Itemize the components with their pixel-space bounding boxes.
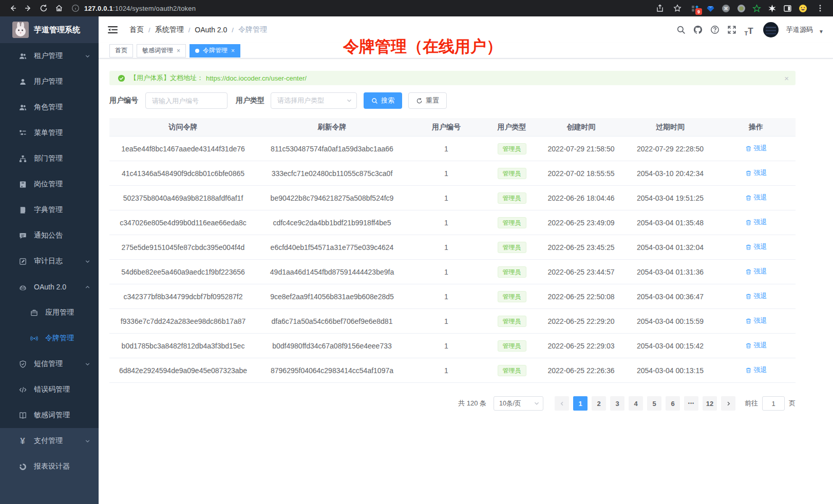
tab-close-icon[interactable]: ×: [231, 48, 235, 54]
sidebar-item-dept[interactable]: 部门管理: [0, 146, 99, 171]
user-type-cell: 管理员: [485, 192, 538, 204]
sidebar-item-audit-log[interactable]: 审计日志: [0, 248, 99, 274]
sidebar-bottom-section: ¥支付管理报表设计器: [0, 428, 99, 504]
page-button-3[interactable]: 3: [610, 396, 624, 411]
tab-敏感词管理[interactable]: 敏感词管理×: [137, 44, 186, 57]
back-icon[interactable]: [5, 2, 21, 15]
breadcrumb-item[interactable]: OAuth 2.0: [195, 26, 227, 34]
green-star-icon[interactable]: [749, 2, 764, 15]
help-icon[interactable]: [708, 23, 722, 36]
sidebar-item-notice[interactable]: 通知公告: [0, 223, 99, 248]
user-id-cell: 1: [407, 219, 485, 227]
force-logout-button[interactable]: 强退: [745, 193, 767, 202]
goto-unit: 页: [789, 399, 796, 408]
sidebar-item-label: 敏感词管理: [34, 411, 90, 420]
tab-首页[interactable]: 首页: [109, 44, 133, 57]
address-bar[interactable]: 127.0.0.1:1024/system/oauth2/token: [71, 2, 652, 15]
user-type-tag: 管理员: [498, 143, 526, 154]
pinwheel-icon[interactable]: [764, 2, 780, 15]
sidebar-item-sms[interactable]: 短信管理: [0, 351, 99, 377]
expire-time-cell: 2022-07-29 22:28:50: [624, 145, 716, 153]
table-row: c342377bf8b344799dcbf7bf095287f29ce8ef2a…: [109, 284, 796, 309]
record-icon[interactable]: [733, 2, 749, 15]
command-icon[interactable]: ⌘: [718, 2, 733, 15]
emoji-face-icon[interactable]: [795, 2, 810, 15]
force-logout-button[interactable]: 强退: [745, 365, 767, 375]
sidebar-item-sensitive-word[interactable]: 敏感词管理: [0, 402, 99, 428]
sidebar-item-errcode[interactable]: 错误码管理: [0, 377, 99, 402]
prev-page-button[interactable]: [555, 396, 569, 411]
alert-close-icon[interactable]: ×: [784, 74, 789, 82]
trash-icon: [745, 244, 752, 250]
workspace-grid-icon[interactable]: 9: [687, 2, 703, 15]
search-button[interactable]: 搜索: [364, 92, 402, 109]
tab-close-icon[interactable]: ×: [177, 48, 180, 54]
force-logout-button[interactable]: 强退: [745, 267, 767, 276]
user-type-select[interactable]: 请选择用户类型: [271, 92, 357, 109]
user-avatar[interactable]: [763, 22, 779, 37]
sidebar-item-menu[interactable]: 菜单管理: [0, 120, 99, 146]
sidebar-item-tenant[interactable]: 租户管理: [0, 43, 99, 69]
sidebar-item-oauth2-app[interactable]: 应用管理: [0, 300, 99, 325]
reload-icon[interactable]: [36, 2, 51, 15]
sidebar-item-dict[interactable]: 字典管理: [0, 197, 99, 223]
share-icon[interactable]: [652, 2, 668, 15]
force-logout-button[interactable]: 强退: [745, 316, 767, 325]
site-info-icon[interactable]: [71, 2, 80, 15]
page-button-4[interactable]: 4: [629, 396, 643, 411]
refresh-token-cell: cdfc4ce9c2da4bb1bdf21b9918ff4be5: [257, 219, 407, 227]
forward-icon[interactable]: [21, 2, 36, 15]
page-ellipsis-button[interactable]: •••: [684, 396, 698, 411]
force-logout-button[interactable]: 强退: [745, 144, 767, 153]
page-button-1[interactable]: 1: [573, 396, 588, 411]
sidebar-collapse-icon[interactable]: [108, 26, 118, 34]
user-type-cell: 管理员: [485, 266, 538, 278]
created-time-cell: 2022-06-25 22:50:08: [538, 293, 624, 301]
force-logout-button[interactable]: 强退: [745, 341, 767, 350]
page-button-12[interactable]: 12: [703, 396, 717, 411]
user-type-label: 用户类型: [236, 96, 264, 105]
reset-button[interactable]: 重置: [408, 92, 447, 109]
chevron-down-icon[interactable]: ▼: [819, 29, 824, 34]
sidebar-item-post[interactable]: 岗位管理: [0, 171, 99, 197]
user-type-cell: 管理员: [485, 242, 538, 253]
tab-令牌管理[interactable]: 令牌管理×: [190, 44, 240, 57]
chevron-down-icon: [534, 400, 540, 406]
home-icon[interactable]: [51, 2, 67, 15]
browser-menu-icon[interactable]: [812, 2, 828, 15]
bookmark-star-icon[interactable]: [670, 2, 685, 15]
app-logo[interactable]: 芋道管理系统: [0, 16, 99, 43]
force-logout-button[interactable]: 强退: [745, 218, 767, 227]
breadcrumb-item[interactable]: 首页: [129, 25, 144, 34]
fullscreen-icon[interactable]: [725, 23, 739, 36]
search-icon[interactable]: [674, 23, 688, 36]
force-logout-button[interactable]: 强退: [745, 242, 767, 251]
page-size-select[interactable]: 10条/页: [494, 396, 543, 411]
font-size-icon[interactable]: TT: [742, 23, 755, 36]
sidebar-item-user[interactable]: 用户管理: [0, 69, 99, 94]
sidebar-item-oauth2-token[interactable]: 令牌管理: [0, 325, 99, 351]
sidebar-item-report-designer[interactable]: 报表设计器: [0, 454, 99, 479]
next-page-button[interactable]: [721, 396, 735, 411]
breadcrumb-item[interactable]: 系统管理: [155, 25, 184, 34]
sidebar-item-role[interactable]: 角色管理: [0, 94, 99, 120]
alert-doc-link[interactable]: https://doc.iocoder.cn/user-center/: [206, 74, 307, 82]
goto-page-input[interactable]: [762, 396, 785, 411]
page-button-2[interactable]: 2: [592, 396, 606, 411]
github-icon[interactable]: [691, 23, 705, 36]
expire-time-cell: 2054-03-04 01:35:48: [624, 219, 716, 227]
user-id-input[interactable]: [145, 92, 228, 109]
page-button-6[interactable]: 6: [666, 396, 680, 411]
sidebar-item-pay[interactable]: ¥支付管理: [0, 428, 99, 454]
force-logout-button[interactable]: 强退: [745, 168, 767, 178]
expire-time-cell: 2054-03-04 00:15:59: [624, 317, 716, 325]
split-window-icon[interactable]: [780, 2, 795, 15]
sidebar-item-label: 通知公告: [34, 231, 90, 240]
user-name[interactable]: 芋道源码: [786, 25, 813, 34]
gem-icon[interactable]: [703, 2, 718, 15]
page-button-5[interactable]: 5: [647, 396, 661, 411]
sidebar-item-oauth2[interactable]: OAuth 2.0: [0, 274, 99, 300]
force-logout-button[interactable]: 强退: [745, 292, 767, 301]
user-type-tag: 管理员: [498, 340, 526, 352]
table-row: f9336e7c7dd242a283ee98dc86b17a87dfa6c71a…: [109, 309, 796, 334]
